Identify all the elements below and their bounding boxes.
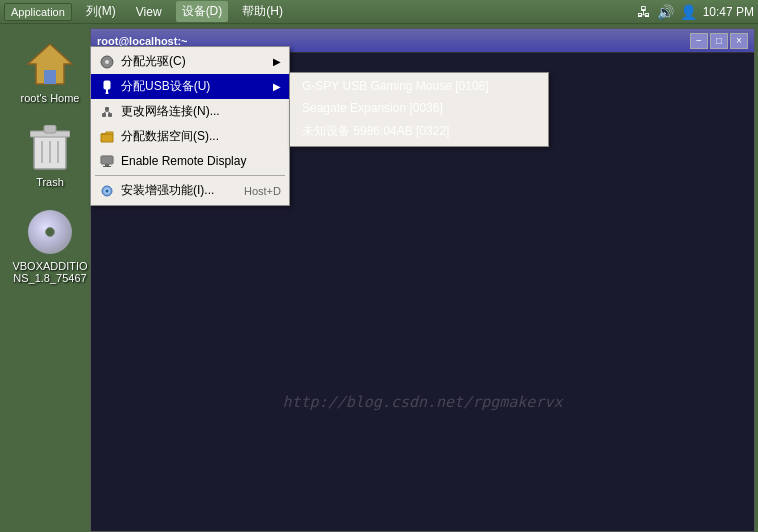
- trash-label: Trash: [36, 176, 64, 188]
- install-additions-label: 安装增强功能(I)...: [121, 182, 214, 199]
- menu-view[interactable]: View: [130, 3, 168, 21]
- desktop-icon-trash[interactable]: Trash: [10, 124, 90, 188]
- menu-m[interactable]: 列(M): [80, 1, 122, 22]
- usb-seagate-label: Seagate Expansion [0036]: [302, 101, 443, 115]
- application-button[interactable]: Application: [4, 3, 72, 21]
- svg-rect-18: [101, 156, 113, 164]
- alloc-space-label: 分配数据空间(S)...: [121, 128, 219, 145]
- alloc-usb-label: 分配USB设备(U): [121, 78, 210, 95]
- svg-line-17: [107, 111, 110, 113]
- svg-rect-20: [105, 164, 109, 166]
- update-network-label: 更改网络连接(N)...: [121, 103, 220, 120]
- svg-rect-13: [102, 113, 106, 117]
- usb-gspy-label: G-SPY USB Gaming Mouse [0108]: [302, 79, 489, 93]
- menu-item-enable-remote[interactable]: Enable Remote Display: [91, 149, 289, 173]
- folder-menu-icon: [99, 129, 115, 145]
- application-button-label: Application: [11, 6, 65, 18]
- enable-remote-label: Enable Remote Display: [121, 154, 246, 168]
- watermark: http://blog.csdn.net/rpgmakervx: [283, 393, 563, 411]
- roots-home-label: root's Home: [21, 92, 80, 104]
- taskbar-left: Application 列(M) View 设备(D) 帮助(H): [4, 1, 289, 22]
- close-button[interactable]: ×: [730, 33, 748, 49]
- svg-rect-14: [105, 107, 109, 111]
- menu-item-install-additions[interactable]: 安装增强功能(I)... Host+D: [91, 178, 289, 203]
- menu-item-update-network[interactable]: 更改网络连接(N)...: [91, 99, 289, 124]
- desktop-icon-roots-home[interactable]: root's Home: [10, 40, 90, 104]
- svg-rect-10: [104, 81, 110, 89]
- network-icon: 🖧: [637, 4, 651, 20]
- menu-item-alloc-usb[interactable]: 分配USB设备(U) ▶ G-SPY USB Gaming Mouse [010…: [91, 74, 289, 99]
- taskbar-right: 🖧 🔊 👤 10:47 PM: [637, 4, 754, 20]
- device-menu: 分配光驱(C) ▶ 分配USB设备(U) ▶ G-SPY USB Gaming …: [90, 46, 290, 206]
- network-menu-icon: [99, 104, 115, 120]
- svg-point-9: [105, 60, 109, 64]
- alloc-optical-arrow: ▶: [273, 56, 281, 67]
- desktop-icons: root's Home Trash: [10, 40, 90, 284]
- home-icon-img: [26, 40, 74, 88]
- usb-menu-icon: [99, 79, 115, 95]
- cd-menu-icon: [99, 54, 115, 70]
- svg-rect-4: [44, 125, 56, 133]
- usb-item-seagate[interactable]: Seagate Expansion [0036]: [290, 97, 548, 119]
- usb-item-unknown[interactable]: 未知设备 5986:04AB [0322]: [290, 119, 548, 144]
- alloc-usb-arrow: ▶: [273, 81, 281, 92]
- desktop-icon-vboxadditions[interactable]: VBOXADDITIONS_1.8_75467: [10, 208, 90, 284]
- usb-unknown-label: 未知设备 5986:04AB [0322]: [302, 123, 449, 140]
- trash-icon: [30, 125, 70, 171]
- menu-device[interactable]: 设备(D): [176, 1, 229, 22]
- cd-hole: [45, 227, 55, 237]
- speaker-icon: 🔊: [657, 4, 674, 20]
- maximize-button[interactable]: □: [710, 33, 728, 49]
- cd-icon: [28, 210, 72, 254]
- install-shortcut: Host+D: [244, 185, 281, 197]
- install-menu-icon: [99, 183, 115, 199]
- desktop: Application 列(M) View 设备(D) 帮助(H) 🖧 🔊 👤 …: [0, 0, 758, 532]
- user-icon: 👤: [680, 4, 697, 20]
- alloc-optical-label: 分配光驱(C): [121, 53, 186, 70]
- svg-line-16: [104, 111, 107, 113]
- svg-point-12: [106, 91, 109, 94]
- menu-separator: [95, 175, 285, 176]
- menu-item-alloc-space[interactable]: 分配数据空间(S)...: [91, 124, 289, 149]
- device-dropdown: 分配光驱(C) ▶ 分配USB设备(U) ▶ G-SPY USB Gaming …: [90, 46, 290, 206]
- trash-icon-img: [26, 124, 74, 172]
- minimize-button[interactable]: −: [690, 33, 708, 49]
- svg-point-24: [106, 189, 109, 192]
- usb-item-gspy[interactable]: G-SPY USB Gaming Mouse [0108]: [290, 75, 548, 97]
- window-controls: − □ ×: [690, 33, 748, 49]
- display-menu-icon: [99, 153, 115, 169]
- svg-rect-15: [108, 113, 112, 117]
- clock: 10:47 PM: [703, 5, 754, 19]
- svg-rect-1: [44, 70, 56, 84]
- taskbar-top: Application 列(M) View 设备(D) 帮助(H) 🖧 🔊 👤 …: [0, 0, 758, 24]
- svg-rect-21: [103, 166, 111, 167]
- usb-submenu: G-SPY USB Gaming Mouse [0108] Seagate Ex…: [289, 72, 549, 147]
- terminal-title: root@localhost:~: [97, 35, 690, 47]
- menu-help[interactable]: 帮助(H): [236, 1, 289, 22]
- menu-item-alloc-optical[interactable]: 分配光驱(C) ▶: [91, 49, 289, 74]
- home-icon: [26, 42, 74, 86]
- vboxadditions-label: VBOXADDITIONS_1.8_75467: [10, 260, 90, 284]
- cd-icon-img: [26, 208, 74, 256]
